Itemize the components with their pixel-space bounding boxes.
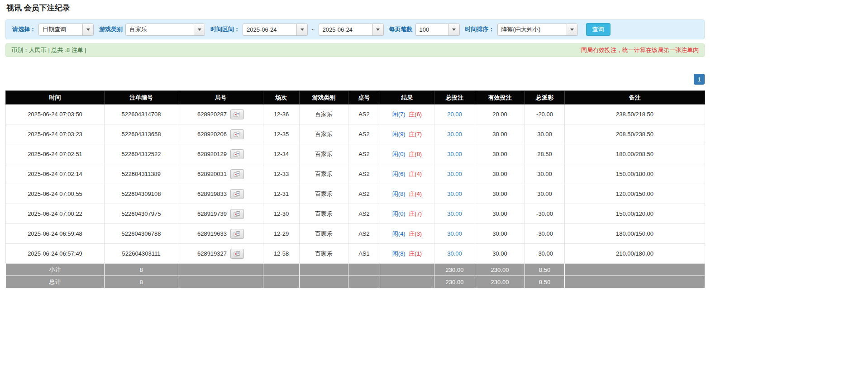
cell-round: 628919327 xyxy=(178,244,263,264)
cards-icon xyxy=(234,112,241,117)
select-type-dropdown[interactable]: 日期查询 xyxy=(38,24,94,36)
col-header-game-type: 游戏类别 xyxy=(300,91,348,105)
select-type-dropdown-arrow[interactable] xyxy=(82,24,93,35)
cell-session: 12-36 xyxy=(263,105,300,124)
total-bet-link[interactable]: 30.00 xyxy=(447,151,462,157)
cell-table-number: AS2 xyxy=(348,144,380,164)
total-payout: 8.50 xyxy=(525,276,565,288)
filter-bar: 请选择： 日期查询 游戏类别 百家乐 时间区间： 2025-06-24 ~ 20… xyxy=(5,19,705,39)
cell-note: 150.00/180.00 xyxy=(565,164,705,184)
caret-down-icon xyxy=(300,29,304,31)
filter-group-time-range: 时间区间： 2025-06-24 ~ 2025-06-24 xyxy=(210,24,384,36)
caret-down-icon xyxy=(376,29,380,31)
cell-result: 闲(6) 庄(4) xyxy=(380,164,434,184)
cell-note: 208.50/238.50 xyxy=(565,124,705,144)
col-header-note: 备注 xyxy=(565,91,705,105)
caret-down-icon xyxy=(86,29,90,31)
cell-bet-id: 522604303111 xyxy=(105,244,178,264)
cell-note: 180.00/208.50 xyxy=(565,144,705,164)
date-from-dropdown[interactable]: 2025-06-24 xyxy=(243,24,308,36)
cell-result: 闲(7) 庄(6) xyxy=(380,105,434,124)
cell-payout: 30.00 xyxy=(525,124,565,144)
date-to-dropdown-arrow[interactable] xyxy=(372,24,383,35)
cell-note: 210.00/180.00 xyxy=(565,244,705,264)
cell-total-bet: 30.00 xyxy=(434,244,475,264)
col-header-valid-bet: 有效投注 xyxy=(475,91,525,105)
game-type-dropdown[interactable]: 百家乐 xyxy=(125,24,205,36)
cell-round: 628920031 xyxy=(178,164,263,184)
result-player: 闲(0) xyxy=(392,210,405,217)
total-bet-link[interactable]: 30.00 xyxy=(447,250,462,257)
sort-dropdown[interactable]: 降冪(由大到小) xyxy=(497,24,578,36)
cell-table-number: AS1 xyxy=(348,244,380,264)
round-number: 628919833 xyxy=(197,190,227,197)
cell-session: 12-34 xyxy=(263,144,300,164)
date-to-dropdown[interactable]: 2025-06-24 xyxy=(319,24,384,36)
page-button-1[interactable]: 1 xyxy=(694,74,705,85)
search-button[interactable]: 查询 xyxy=(586,23,610,36)
round-result-button[interactable] xyxy=(230,129,244,139)
summary-bar: 币别：人民币 | 总共 :8 注单 | 同局有效投注，统一计算在该局第一张注单内 xyxy=(5,43,705,57)
page-size-dropdown[interactable]: 100 xyxy=(415,24,460,36)
cell-bet-id: 522604311389 xyxy=(105,164,178,184)
bet-records-table: 时间 注单编号 局号 场次 游戏类别 桌号 结果 总投注 有效投注 总派彩 备注… xyxy=(5,90,705,288)
round-result-button[interactable] xyxy=(230,209,244,219)
page-size-dropdown-arrow[interactable] xyxy=(448,24,459,35)
game-type-value: 百家乐 xyxy=(126,24,194,35)
cell-payout: -20.00 xyxy=(525,105,565,124)
result-banker: 庄(7) xyxy=(409,210,422,217)
subtotal-label: 小计 xyxy=(6,264,105,276)
cell-total-bet: 20.00 xyxy=(434,105,475,124)
round-result-button[interactable] xyxy=(230,169,244,179)
cell-bet-id: 522604306788 xyxy=(105,224,178,244)
cell-round: 628919633 xyxy=(178,224,263,244)
total-bet-link[interactable]: 30.00 xyxy=(447,230,462,237)
col-header-time: 时间 xyxy=(6,91,105,105)
total-bet-link[interactable]: 30.00 xyxy=(447,190,462,197)
filter-group-game-type: 游戏类别 百家乐 xyxy=(99,24,205,36)
total-bet-link[interactable]: 20.00 xyxy=(447,111,462,118)
cell-note: 180.00/150.00 xyxy=(565,224,705,244)
cell-table-number: AS2 xyxy=(348,105,380,124)
cell-game-type: 百家乐 xyxy=(300,164,348,184)
col-header-result: 结果 xyxy=(380,91,434,105)
empty-cell xyxy=(300,276,348,288)
round-result-button[interactable] xyxy=(230,229,244,239)
cell-note: 120.00/150.00 xyxy=(565,184,705,204)
round-result-button[interactable] xyxy=(230,189,244,199)
sort-dropdown-arrow[interactable] xyxy=(567,24,577,35)
cell-note: 150.00/120.00 xyxy=(565,204,705,224)
cell-round: 628919833 xyxy=(178,184,263,204)
empty-cell xyxy=(263,276,300,288)
table-row: 2025-06-24 07:02:14 522604311389 6289200… xyxy=(6,164,705,184)
table-row: 2025-06-24 07:03:23 522604313658 6289202… xyxy=(6,124,705,144)
date-to-value: 2025-06-24 xyxy=(319,24,372,35)
cell-table-number: AS2 xyxy=(348,204,380,224)
time-range-label: 时间区间： xyxy=(210,25,240,33)
round-number: 628920031 xyxy=(197,171,227,177)
cell-valid-bet: 30.00 xyxy=(475,164,525,184)
date-from-dropdown-arrow[interactable] xyxy=(296,24,307,35)
table-row: 2025-06-24 06:59:48 522604306788 6289196… xyxy=(6,224,705,244)
cell-valid-bet: 30.00 xyxy=(475,144,525,164)
total-bet-link[interactable]: 30.00 xyxy=(447,171,462,177)
cell-note: 238.50/218.50 xyxy=(565,105,705,124)
cell-game-type: 百家乐 xyxy=(300,144,348,164)
table-row: 2025-06-24 07:00:55 522604309108 6289198… xyxy=(6,184,705,204)
round-result-button[interactable] xyxy=(230,149,244,159)
cards-icon xyxy=(234,171,241,177)
table-row: 2025-06-24 06:57:49 522604303111 6289193… xyxy=(6,244,705,264)
cell-valid-bet: 30.00 xyxy=(475,184,525,204)
cell-session: 12-58 xyxy=(263,244,300,264)
round-result-button[interactable] xyxy=(230,249,244,259)
cell-total-bet: 30.00 xyxy=(434,124,475,144)
round-result-button[interactable] xyxy=(230,109,244,119)
total-bet-link[interactable]: 30.00 xyxy=(447,210,462,217)
game-type-dropdown-arrow[interactable] xyxy=(194,24,205,35)
total-bet-link[interactable]: 30.00 xyxy=(447,131,462,138)
date-range-separator: ~ xyxy=(311,26,315,33)
game-type-label: 游戏类别 xyxy=(99,25,123,33)
total-total-bet: 230.00 xyxy=(434,276,475,288)
round-number: 628919739 xyxy=(197,210,227,217)
total-count: 8 xyxy=(105,276,178,288)
